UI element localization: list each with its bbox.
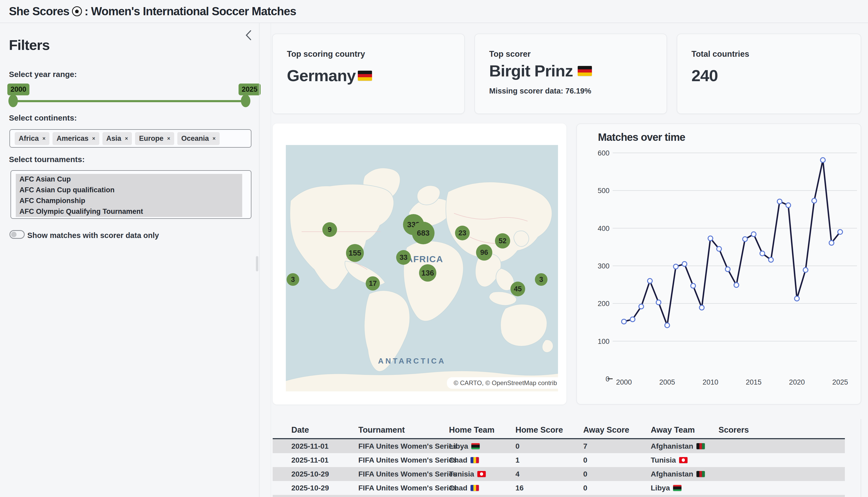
continent-chip[interactable]: Americas× <box>53 132 99 145</box>
table-row[interactable]: 2025-10-29FIFA Unites Women's SeriesChad… <box>273 481 845 495</box>
card-top-scorer: Top scorer Birgit Prinz Missing scorer d… <box>474 34 667 114</box>
cell-text: 0 <box>515 442 520 451</box>
tournaments-listbox[interactable]: AFC Asian CupAFC Asian Cup qualification… <box>11 170 252 219</box>
continent-chip[interactable]: Oceania× <box>177 132 219 145</box>
cell-text: Libya <box>651 484 670 492</box>
table-row[interactable]: 2025-11-01FIFA Unites Women's SeriesChad… <box>273 453 845 467</box>
table-cell: Libya <box>449 442 480 451</box>
table-cell: 4 <box>515 470 520 478</box>
map-cluster-bubble[interactable]: 33 <box>396 250 411 265</box>
scorer-data-toggle[interactable] <box>10 230 25 239</box>
svg-text:2025: 2025 <box>832 378 848 386</box>
cell-text: 4 <box>515 470 520 478</box>
soccer-ball-icon <box>72 6 82 16</box>
world-map[interactable]: AFRICAANTARCTICA 91553336832352963313617… <box>286 145 558 392</box>
map-attribution: © CARTO, © OpenStreetMap contrib <box>447 377 558 389</box>
cell-text: 2025-11-01 <box>291 456 329 465</box>
filters-heading: Filters <box>9 37 49 53</box>
continent-chip[interactable]: Europe× <box>135 132 174 145</box>
cell-text: FIFA Unites Women's Series <box>358 484 457 492</box>
svg-text:200: 200 <box>598 300 610 308</box>
map-cluster-bubble[interactable]: 3 <box>287 273 299 286</box>
svg-text:2010: 2010 <box>702 378 718 386</box>
year-slider-handle-max[interactable] <box>241 95 250 107</box>
table-header-row: DateTournamentHome TeamHome ScoreAway Sc… <box>273 419 845 439</box>
chip-remove-icon[interactable]: × <box>125 136 128 142</box>
table-cell: Chad <box>449 456 479 465</box>
table-scrollbar-track[interactable] <box>860 419 861 497</box>
map-cluster-bubble[interactable]: 23 <box>455 226 470 240</box>
card-label: Top scorer <box>489 49 531 59</box>
table-cell: 7 <box>583 442 587 451</box>
table-column-header: Away Score <box>583 425 629 435</box>
tn-flag-icon <box>477 471 486 477</box>
map-cluster-bubble[interactable]: 45 <box>510 282 525 296</box>
sidebar-collapse-button[interactable] <box>242 28 255 42</box>
map-cluster-bubble[interactable]: 3 <box>535 273 547 286</box>
chip-label: Americas <box>56 134 88 143</box>
tn-flag-icon <box>679 457 687 463</box>
td-flag-icon <box>470 457 479 463</box>
svg-text:100: 100 <box>598 338 610 345</box>
chip-label: Europe <box>139 134 163 143</box>
table-cell: FIFA Unites Women's Series <box>358 484 457 492</box>
table-cell: 0 <box>583 470 587 478</box>
tournament-option[interactable]: AFC Championship <box>16 196 242 206</box>
continent-chip[interactable]: Asia× <box>102 132 132 145</box>
year-slider-handle-min[interactable] <box>9 95 18 107</box>
table-cell: Tunisia <box>651 456 687 465</box>
table-cell: 2025-10-29 <box>291 484 329 492</box>
table-row[interactable]: 2025-11-01FIFA Unites Women's SeriesLiby… <box>273 439 845 453</box>
map-cluster-bubble[interactable]: 136 <box>419 264 436 282</box>
cell-text: Libya <box>449 442 468 451</box>
sidebar-scrollbar[interactable] <box>256 256 258 271</box>
table-column-header: Date <box>291 425 309 435</box>
matches-over-time-chart[interactable]: 0100200300400500600200020052010201520202… <box>577 124 862 404</box>
toggle-knob-icon <box>11 232 16 237</box>
tournament-option[interactable]: AFC Asian Cup qualification <box>16 185 242 196</box>
tournament-option[interactable]: AFC Asian Cup <box>16 174 242 185</box>
map-cluster-bubble[interactable]: 9 <box>322 222 337 237</box>
chip-remove-icon[interactable]: × <box>43 136 46 142</box>
app-header: She Scores : Women's International Socce… <box>0 0 868 23</box>
cell-text: FIFA Unites Women's Series <box>358 442 457 451</box>
card-total-countries: Total countries 240 <box>677 34 861 114</box>
chip-remove-icon[interactable]: × <box>213 136 216 142</box>
tournament-option[interactable]: AFC Olympic Qualifying Tournament <box>16 206 242 217</box>
table-row[interactable]: 2025-10-29FIFA Unites Women's SeriesTuni… <box>273 467 845 481</box>
svg-text:400: 400 <box>598 225 610 232</box>
chip-remove-icon[interactable]: × <box>92 136 95 142</box>
chip-label: Asia <box>106 134 122 143</box>
app-title-prefix: She Scores <box>9 5 69 18</box>
cell-text: Afghanistan <box>651 470 693 478</box>
chevron-left-icon <box>244 29 253 42</box>
table-column-header: Away Team <box>651 425 695 435</box>
cell-text: 0 <box>583 470 587 478</box>
table-cell: 2025-11-01 <box>291 456 329 465</box>
continent-chip[interactable]: Africa× <box>15 132 49 145</box>
chip-remove-icon[interactable]: × <box>167 136 170 142</box>
year-range-slider[interactable] <box>13 100 246 102</box>
table-column-header: Home Score <box>515 425 563 435</box>
td-flag-icon <box>470 485 479 491</box>
cell-text: Chad <box>449 456 467 465</box>
map-region-label: AFRICA <box>407 254 443 264</box>
map-cluster-bubble[interactable]: 52 <box>495 233 510 248</box>
continents-multiselect[interactable]: Africa×Americas×Asia×Europe×Oceania× <box>10 129 252 147</box>
map-cluster-bubble[interactable]: 155 <box>346 244 364 262</box>
table-cell: 1 <box>515 456 520 465</box>
matches-table[interactable]: DateTournamentHome TeamHome ScoreAway Sc… <box>273 419 863 497</box>
svg-text:500: 500 <box>598 187 610 195</box>
table-column-header: Tournament <box>358 425 405 435</box>
year-range-label: Select year range: <box>9 70 77 79</box>
map-cluster-bubble[interactable]: 17 <box>366 276 380 290</box>
svg-text:2005: 2005 <box>659 378 675 386</box>
af-flag-icon <box>696 471 705 477</box>
table-cell: Afghanistan <box>651 442 705 451</box>
table-cell: 0 <box>583 456 587 465</box>
svg-text:2020: 2020 <box>789 378 805 386</box>
chip-label: Oceania <box>181 134 209 143</box>
map-cluster-bubble[interactable]: 96 <box>476 244 492 260</box>
svg-text:600: 600 <box>598 149 610 157</box>
map-cluster-bubble[interactable]: 683 <box>412 222 435 244</box>
